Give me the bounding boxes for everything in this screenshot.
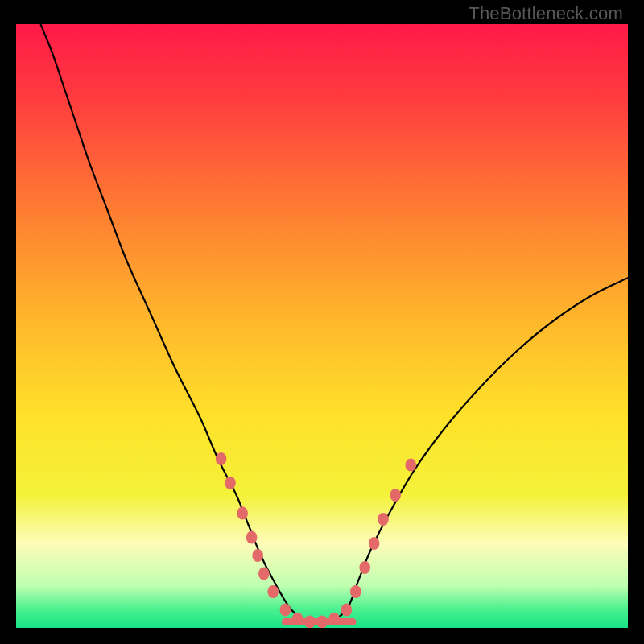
- highlight-dot: [316, 616, 328, 629]
- highlight-dot: [304, 616, 316, 629]
- highlight-dot: [390, 489, 401, 502]
- highlight-dot: [369, 537, 380, 550]
- highlight-dot: [292, 613, 303, 625]
- highlight-dot: [225, 477, 236, 489]
- highlight-dot: [237, 507, 248, 520]
- highlight-dot: [328, 613, 340, 625]
- chart-background: [16, 24, 628, 628]
- chart-svg: [16, 24, 628, 628]
- chart-frame: TheBottleneck.com: [16, 0, 628, 628]
- highlight-dot: [405, 459, 416, 472]
- highlight-dot: [341, 604, 353, 617]
- highlight-dot: [350, 585, 361, 598]
- chart-plot: [16, 24, 628, 628]
- highlight-dot: [252, 549, 263, 562]
- highlight-dot: [267, 585, 279, 598]
- highlight-dot: [216, 452, 227, 465]
- highlight-dot: [280, 604, 291, 617]
- highlight-dot: [378, 513, 389, 526]
- watermark-text: TheBottleneck.com: [469, 3, 623, 24]
- highlight-dot: [246, 531, 258, 544]
- highlight-dot: [359, 561, 370, 574]
- highlight-dot: [258, 568, 270, 580]
